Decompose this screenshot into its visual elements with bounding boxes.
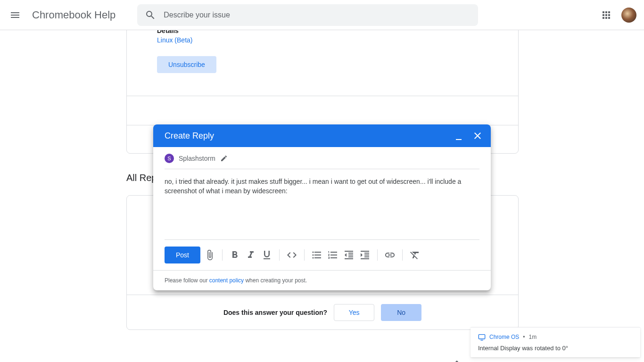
editor-toolbar: Post bbox=[153, 240, 491, 270]
indent-decrease-icon bbox=[343, 249, 355, 261]
answer-yes-button[interactable]: Yes bbox=[334, 304, 374, 321]
toast-source: Chrome OS bbox=[489, 334, 519, 340]
app-title: Chromebook Help bbox=[32, 9, 116, 21]
clear-format-icon bbox=[409, 249, 421, 261]
search-icon bbox=[145, 9, 156, 21]
avatar-icon bbox=[621, 8, 636, 23]
italic-button[interactable] bbox=[244, 248, 257, 262]
bold-icon bbox=[229, 249, 240, 261]
underline-button[interactable] bbox=[260, 248, 273, 262]
toast-body: Internal Display was rotated to 0° bbox=[478, 345, 633, 352]
account-button[interactable] bbox=[618, 4, 640, 26]
close-icon bbox=[472, 130, 483, 141]
link-icon bbox=[384, 249, 396, 261]
reply-composer: Create Reply S Splashstorm no, i tried t… bbox=[153, 124, 491, 290]
page: Details Linux (Beta) Unsubscribe All Rep… bbox=[0, 30, 644, 362]
minimize-button[interactable] bbox=[449, 126, 468, 145]
close-button[interactable] bbox=[468, 126, 487, 145]
composer-header: Create Reply bbox=[153, 124, 491, 147]
author-name: Splashstorm bbox=[179, 155, 215, 162]
main-menu-button[interactable] bbox=[4, 4, 26, 26]
pencil-icon bbox=[220, 155, 228, 162]
policy-note: Please follow our content policy when cr… bbox=[153, 270, 491, 290]
toast-age: 1m bbox=[529, 334, 537, 340]
search-field[interactable] bbox=[137, 4, 478, 26]
hamburger-icon bbox=[9, 9, 21, 21]
unsubscribe-button[interactable]: Unsubscribe bbox=[157, 56, 216, 73]
bold-button[interactable] bbox=[228, 248, 241, 262]
code-icon bbox=[286, 249, 297, 261]
policy-post: when creating your post. bbox=[244, 277, 307, 284]
indent-increase-icon bbox=[359, 249, 371, 261]
google-apps-button[interactable] bbox=[595, 4, 618, 26]
link-button[interactable] bbox=[383, 248, 396, 262]
bulleted-list-button[interactable] bbox=[310, 248, 323, 262]
svg-rect-0 bbox=[479, 335, 485, 339]
list-numbered-icon bbox=[327, 249, 339, 261]
list-bulleted-icon bbox=[311, 249, 322, 261]
policy-pre: Please follow our bbox=[165, 277, 209, 284]
monitor-icon bbox=[478, 333, 486, 341]
composer-title: Create Reply bbox=[165, 131, 449, 141]
composer-author-row: S Splashstorm bbox=[153, 147, 491, 169]
reply-editor[interactable]: no, i tried that already. it just makes … bbox=[165, 169, 479, 240]
search-input[interactable] bbox=[164, 4, 478, 26]
attach-button[interactable] bbox=[203, 248, 216, 262]
app-bar: Chromebook Help bbox=[0, 0, 644, 30]
author-avatar: S bbox=[165, 154, 174, 163]
content-policy-link[interactable]: content policy bbox=[209, 277, 244, 284]
indent-decrease-button[interactable] bbox=[342, 248, 355, 262]
answer-no-button[interactable]: No bbox=[381, 304, 421, 321]
post-button[interactable]: Post bbox=[165, 247, 200, 263]
toast-separator: • bbox=[523, 334, 525, 340]
underline-icon bbox=[261, 249, 272, 261]
edit-author-button[interactable] bbox=[220, 155, 228, 162]
minimize-icon bbox=[453, 130, 464, 141]
code-button[interactable] bbox=[285, 248, 298, 262]
clear-formatting-button[interactable] bbox=[408, 248, 421, 262]
dark-mode-toggle[interactable] bbox=[451, 360, 462, 362]
apps-grid-icon bbox=[601, 9, 612, 21]
answer-prompt: Does this answer your question? bbox=[223, 309, 327, 316]
numbered-list-button[interactable] bbox=[326, 248, 339, 262]
italic-icon bbox=[245, 249, 256, 261]
paperclip-icon bbox=[204, 249, 215, 261]
search-button[interactable] bbox=[137, 4, 164, 26]
answer-bar: Does this answer your question? Yes No bbox=[127, 295, 518, 329]
brightness-icon bbox=[451, 360, 462, 362]
notification-toast[interactable]: Chrome OS • 1m Internal Display was rota… bbox=[471, 327, 640, 357]
details-category-link[interactable]: Linux (Beta) bbox=[157, 36, 192, 44]
indent-increase-button[interactable] bbox=[358, 248, 372, 262]
